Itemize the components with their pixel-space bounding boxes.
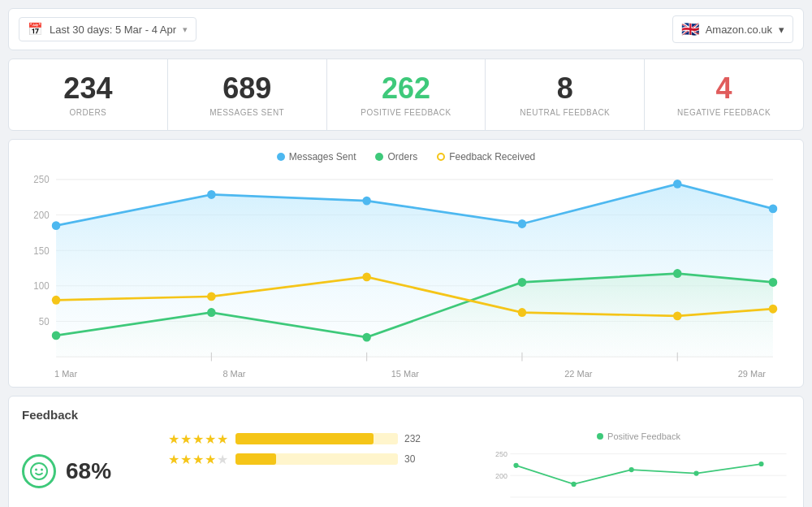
calendar-icon: 📅 — [28, 22, 43, 37]
mini-dot — [758, 461, 763, 466]
date-range-label: Last 30 days: 5 Mar - 4 Apr — [50, 24, 176, 36]
x-label-1mar: 1 Mar — [54, 369, 77, 379]
star-bar-inner-4 — [235, 453, 276, 465]
star-count-5: 232 — [404, 433, 427, 444]
svg-point-15 — [31, 463, 47, 479]
stars-section: ★★★★★ 232 ★★★★★ 30 — [168, 431, 471, 507]
chevron-down-icon: ▾ — [779, 24, 784, 36]
svg-text:150: 150 — [33, 245, 50, 255]
green-dot — [362, 332, 371, 341]
mini-chart-title: Positive Feedback — [487, 431, 790, 441]
mini-chart-dot — [597, 433, 603, 440]
region-label: Amazon.co.uk — [706, 24, 772, 36]
date-range-selector[interactable]: 📅 Last 30 days: 5 Mar - 4 Apr ▾ — [19, 17, 197, 41]
feedback-section: Feedback 68% ★★★★★ — [8, 396, 804, 507]
legend-dot-green — [375, 153, 383, 161]
page-wrapper: 📅 Last 30 days: 5 Mar - 4 Apr ▾ 🇬🇧 Amazo… — [0, 0, 812, 507]
region-selector[interactable]: 🇬🇧 Amazon.co.uk ▾ — [672, 15, 793, 43]
legend-messages: Messages Sent — [277, 151, 356, 162]
star-bar-inner-5 — [235, 433, 374, 444]
yellow-dot — [207, 292, 216, 301]
x-label-15mar: 15 Mar — [391, 369, 419, 379]
x-label-29mar: 29 Mar — [738, 369, 766, 379]
mini-chart-label: Positive Feedback — [607, 431, 680, 441]
svg-text:250: 250 — [33, 174, 50, 184]
negative-label: NEGATIVE FEEDBACK — [653, 108, 795, 117]
svg-text:100: 100 — [33, 280, 50, 291]
legend-dot-blue — [277, 153, 285, 161]
green-dot — [769, 278, 778, 287]
orders-label: ORDERS — [17, 108, 159, 117]
legend-orders-label: Orders — [387, 151, 417, 162]
mini-dot — [513, 462, 518, 467]
yellow-dot — [518, 308, 527, 317]
star-bar-outer-4 — [235, 453, 398, 465]
stat-messages: 689 MESSAGES SENT — [168, 59, 327, 130]
chart-legend: Messages Sent Orders Feedback Received — [22, 151, 790, 162]
neutral-value: 8 — [494, 72, 636, 105]
chevron-down-icon: ▾ — [183, 24, 188, 35]
mini-chart-svg: 250 200 — [487, 444, 790, 507]
star-row-4: ★★★★★ 30 — [168, 452, 471, 467]
stars-5: ★★★★★ — [168, 431, 229, 447]
svg-text:200: 200 — [33, 209, 50, 219]
green-dot — [52, 331, 61, 340]
messages-label: MESSAGES SENT — [176, 108, 318, 117]
feedback-percentage: 68% — [66, 458, 111, 484]
neutral-label: NEUTRAL FEEDBACK — [494, 108, 636, 117]
mini-chart: Positive Feedback 250 200 — [487, 431, 790, 507]
legend-orders: Orders — [375, 151, 417, 162]
green-dot — [207, 308, 216, 317]
feedback-body: 68% ★★★★★ 232 ★★★★★ 30 — [22, 431, 790, 507]
mini-line — [516, 464, 762, 484]
mini-dot — [571, 481, 576, 486]
orders-value: 234 — [17, 72, 159, 105]
x-label-8mar: 8 Mar — [222, 369, 245, 379]
legend-feedback-label: Feedback Received — [449, 151, 535, 162]
star-bar-outer-5 — [235, 433, 398, 444]
feedback-title: Feedback — [22, 408, 790, 422]
negative-value: 4 — [653, 72, 795, 105]
positive-value: 262 — [335, 72, 477, 105]
blue-dot — [207, 190, 216, 199]
stat-neutral: 8 NEUTRAL FEEDBACK — [486, 59, 645, 130]
chart-svg: 250 200 150 100 50 — [22, 171, 790, 366]
blue-dot — [673, 180, 682, 188]
green-dot — [673, 269, 682, 278]
yellow-dot — [673, 311, 682, 320]
stat-orders: 234 ORDERS — [9, 59, 168, 130]
smiley-icon — [22, 454, 56, 488]
x-label-22mar: 22 Mar — [564, 369, 592, 379]
top-bar: 📅 Last 30 days: 5 Mar - 4 Apr ▾ 🇬🇧 Amazo… — [8, 8, 804, 50]
mini-dot — [693, 470, 698, 475]
legend-feedback: Feedback Received — [437, 151, 535, 162]
chart-section: Messages Sent Orders Feedback Received — [8, 139, 804, 388]
svg-text:50: 50 — [39, 315, 50, 326]
x-axis-labels: 1 Mar 8 Mar 15 Mar 22 Mar 29 Mar — [22, 366, 790, 379]
blue-dot — [52, 221, 61, 230]
svg-point-16 — [35, 469, 37, 471]
messages-value: 689 — [176, 72, 318, 105]
legend-dot-yellow — [437, 153, 445, 161]
svg-text:200: 200 — [495, 471, 508, 479]
stats-row: 234 ORDERS 689 MESSAGES SENT 262 POSITIV… — [8, 58, 804, 131]
yellow-dot — [52, 295, 61, 304]
green-dot — [518, 278, 527, 287]
stat-negative: 4 NEGATIVE FEEDBACK — [645, 59, 803, 130]
legend-messages-label: Messages Sent — [289, 151, 356, 162]
chart-area: 250 200 150 100 50 — [22, 171, 790, 366]
mini-dot — [629, 467, 634, 472]
stat-positive: 262 POSITIVE FEEDBACK — [327, 59, 486, 130]
star-count-4: 30 — [404, 453, 427, 465]
smiley-svg — [30, 462, 48, 480]
svg-point-17 — [41, 469, 43, 471]
blue-dot — [518, 219, 527, 228]
stars-4: ★★★★★ — [168, 452, 229, 467]
positive-label: POSITIVE FEEDBACK — [335, 108, 477, 117]
feedback-score: 68% — [22, 431, 152, 507]
flag-icon: 🇬🇧 — [681, 20, 699, 38]
yellow-dot — [769, 304, 778, 313]
star-row-5: ★★★★★ 232 — [168, 431, 471, 447]
yellow-dot — [362, 272, 371, 281]
blue-dot — [362, 196, 371, 205]
